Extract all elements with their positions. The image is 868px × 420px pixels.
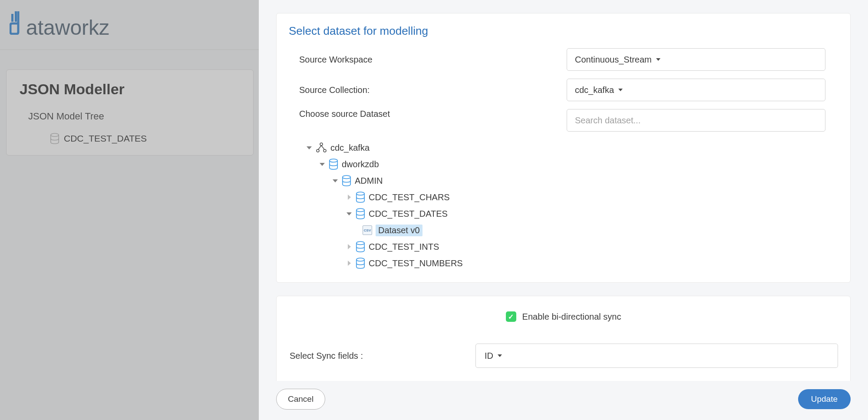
workspace-selected-value: Continuous_Stream [575,55,652,65]
svg-point-13 [356,258,364,261]
tree-node-label: CDC_TEST_CHARS [369,192,450,202]
svg-line-6 [318,146,321,149]
database-icon [342,175,351,186]
tree-node-label: dworkzdb [342,159,379,169]
dataset-search-input[interactable] [567,109,825,132]
modal-body: Select dataset for modelling Source Work… [259,0,868,381]
workspace-label: Source Workspace [289,55,567,65]
tree-node-label: CDC_TEST_NUMBERS [369,258,463,268]
tree-node-schema[interactable]: ADMIN [306,172,838,189]
database-icon [356,208,365,219]
svg-point-11 [356,208,364,212]
tree-node-label: ADMIN [355,176,383,186]
svg-point-9 [343,175,350,179]
collection-select[interactable]: cdc_kafka [567,79,825,101]
tree-node-label: CDC_TEST_INTS [369,242,439,252]
sync-card: ✓ Enable bi-directional sync Select Sync… [276,296,851,381]
tree-node-table[interactable]: CDC_TEST_INTS [306,238,838,255]
enable-sync-checkbox[interactable]: ✓ [506,311,516,322]
cancel-button[interactable]: Cancel [276,389,325,410]
csv-file-icon: CSV [363,225,372,235]
workspace-row: Source Workspace Continuous_Stream [289,48,838,71]
tree-node-db[interactable]: dworkzdb [306,156,838,172]
svg-point-10 [356,192,364,195]
svg-point-4 [317,149,319,152]
caret-down-icon [498,354,502,357]
modal-backdrop-dimmer[interactable] [0,0,259,420]
database-icon [356,241,365,252]
tree-node-table[interactable]: CDC_TEST_CHARS [306,189,838,205]
chevron-down-icon [306,145,312,151]
chevron-down-icon [332,178,338,184]
tree-node-label: CDC_TEST_DATES [369,209,448,219]
dataset-select-card: Select dataset for modelling Source Work… [276,13,851,283]
tree-node-table[interactable]: CDC_TEST_NUMBERS [306,255,838,271]
enable-sync-label: Enable bi-directional sync [522,312,621,322]
caret-down-icon [618,89,623,91]
enable-sync-row: ✓ Enable bi-directional sync [289,311,838,322]
modal-footer: Cancel Update [259,381,868,420]
tree-node-dataset-version[interactable]: CSV Dataset v0 [306,222,838,238]
dataset-modal: Select dataset for modelling Source Work… [259,0,868,420]
svg-point-5 [323,149,326,152]
dataset-tree: cdc_kafka dworkzdb [289,139,838,271]
sync-fields-label: Select Sync fields : [289,351,475,361]
svg-line-7 [321,146,324,149]
caret-down-icon [656,58,660,61]
update-button[interactable]: Update [798,389,851,409]
sync-fields-select[interactable]: ID [475,344,838,368]
collection-label: Source Collection: [289,85,567,95]
modal-title: Select dataset for modelling [289,24,838,38]
svg-point-8 [330,159,337,162]
tree-node-label: cdc_kafka [330,143,370,153]
chevron-right-icon [346,194,352,200]
database-icon [356,258,365,269]
cluster-icon [316,142,327,153]
sync-fields-row: Select Sync fields : ID [289,344,838,368]
choose-dataset-row: Choose source Dataset [289,109,838,132]
sync-fields-selected-value: ID [485,351,493,361]
svg-point-12 [356,241,364,245]
tree-node-label-selected: Dataset v0 [376,225,422,236]
collection-row: Source Collection: cdc_kafka [289,79,838,101]
chevron-down-icon [319,161,325,167]
svg-point-3 [320,143,323,146]
chevron-down-icon [346,211,352,217]
choose-dataset-label: Choose source Dataset [289,109,567,119]
database-icon [329,159,338,170]
database-icon [356,192,365,203]
tree-node-root[interactable]: cdc_kafka [306,139,838,156]
tree-node-table[interactable]: CDC_TEST_DATES [306,205,838,222]
collection-selected-value: cdc_kafka [575,85,614,95]
workspace-select[interactable]: Continuous_Stream [567,48,825,71]
chevron-right-icon [346,260,352,266]
chevron-right-icon [346,244,352,250]
